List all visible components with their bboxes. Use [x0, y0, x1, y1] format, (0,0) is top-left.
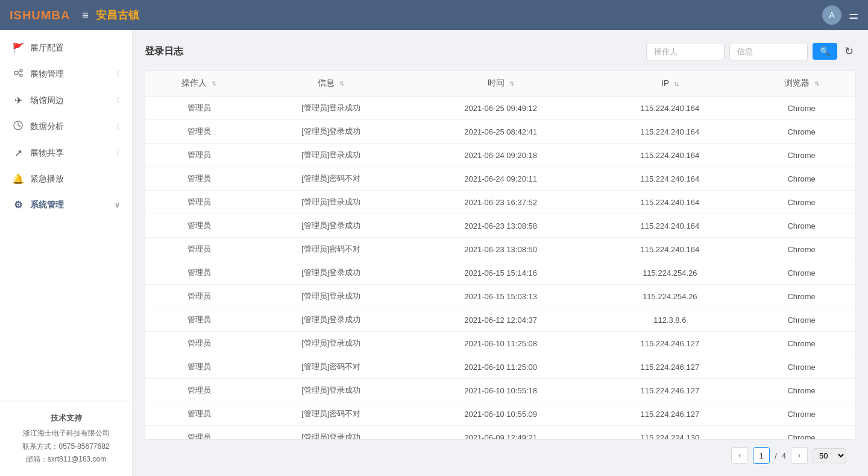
cell-info: [管理员]密码不对: [253, 402, 409, 426]
cell-operator: 管理员: [145, 402, 253, 426]
cell-browser: Chrome: [747, 97, 855, 120]
cell-operator: 管理员: [145, 355, 253, 379]
cell-info: [管理员]登录成功: [253, 332, 409, 355]
log-table: 操作人 ⇅ 信息 ⇅ 时间 ⇅ IP ⇅ 浏览器 ⇅ 管理员[管理员]登录成功2…: [145, 71, 855, 440]
cell-browser: Chrome: [747, 120, 855, 144]
cell-info: [管理员]登录成功: [253, 308, 409, 332]
cell-browser: Chrome: [747, 379, 855, 402]
sidebar-item-label: 展物管理: [30, 69, 64, 80]
cell-browser: Chrome: [747, 308, 855, 332]
cell-ip: 115.224.254.26: [592, 261, 747, 285]
sidebar-item-label: 展厅配置: [30, 43, 64, 54]
cell-ip: 115.224.240.164: [592, 120, 747, 144]
cell-time: 2021-06-24 09:20:11: [409, 167, 593, 191]
table-row: 管理员[管理员]登录成功2021-06-23 13:08:58115.224.2…: [145, 214, 855, 238]
cell-ip: 115.224.240.164: [592, 167, 747, 191]
svg-point-0: [14, 71, 18, 75]
table-row: 管理员[管理员]登录成功2021-06-12 12:04:37112.3.8.6…: [145, 308, 855, 332]
cell-ip: 115.224.240.164: [592, 97, 747, 120]
sidebar-item-label: 展物共享: [30, 148, 64, 159]
cell-time: 2021-06-15 15:14:16: [409, 261, 593, 285]
page-header: 登录日志 🔍 ↻: [145, 42, 856, 60]
col-time: 时间 ⇅: [409, 71, 593, 97]
refresh-icon: ↻: [844, 45, 854, 57]
per-page-select[interactable]: 50 100: [813, 448, 846, 463]
table-row: 管理员[管理员]密码不对2021-06-23 13:08:50115.224.2…: [145, 238, 855, 261]
layout: 🚩 展厅配置 展物管理 〈 ✈ 场馆周边: [0, 30, 868, 476]
sidebar-item-surroundings[interactable]: ✈ 场馆周边 〈: [0, 87, 132, 113]
sidebar-item-emergency[interactable]: 🔔 紧急播放: [0, 166, 132, 192]
cell-browser: Chrome: [747, 332, 855, 355]
cell-info: [管理员]登录成功: [253, 426, 409, 440]
sidebar-item-exhibits[interactable]: 展物管理 〈: [0, 61, 132, 87]
cell-browser: Chrome: [747, 144, 855, 167]
cell-time: 2021-06-10 11:25:00: [409, 355, 593, 379]
cell-operator: 管理员: [145, 332, 253, 355]
avatar[interactable]: A: [822, 5, 841, 25]
prev-page-button[interactable]: ‹: [731, 447, 748, 464]
svg-line-3: [18, 71, 20, 72]
sort-icon: ⇅: [339, 80, 344, 87]
main-content: 登录日志 🔍 ↻ 操作人 ⇅ 信息 ⇅ 时间 ⇅: [133, 30, 868, 476]
cell-browser: Chrome: [747, 191, 855, 214]
logo: ISHUMBA: [10, 8, 70, 22]
cell-operator: 管理员: [145, 426, 253, 440]
sidebar-item-label: 数据分析: [30, 121, 64, 132]
cell-ip: 115.224.240.164: [592, 144, 747, 167]
cell-ip: 115.224.246.127: [592, 402, 747, 426]
page-title: 登录日志: [145, 45, 646, 58]
search-area: 🔍 ↻: [646, 42, 856, 60]
flag-icon: 🚩: [12, 42, 24, 54]
total-pages: 4: [782, 451, 786, 460]
chevron-down-icon: ∨: [115, 201, 120, 209]
cell-ip: 115.224.240.164: [592, 191, 747, 214]
col-operator: 操作人 ⇅: [145, 71, 253, 97]
gear-icon: ⚙: [12, 199, 24, 211]
search-button[interactable]: 🔍: [813, 43, 837, 60]
cell-time: 2021-06-15 15:03:13: [409, 285, 593, 308]
cell-info: [管理员]密码不对: [253, 355, 409, 379]
sort-icon: ⇅: [674, 81, 679, 87]
chevron-right-icon: 〈: [113, 148, 120, 158]
cell-browser: Chrome: [747, 261, 855, 285]
svg-line-4: [18, 74, 20, 75]
cell-ip: 115.224.246.127: [592, 355, 747, 379]
sidebar-item-label: 系统管理: [30, 200, 64, 211]
sidebar-item-system[interactable]: ⚙ 系统管理 ∨: [0, 192, 132, 218]
sort-icon: ⇅: [212, 80, 216, 87]
cell-info: [管理员]登录成功: [253, 285, 409, 308]
chevron-right-icon: 〈: [113, 69, 120, 80]
cell-info: [管理员]登录成功: [253, 191, 409, 214]
info-search-input[interactable]: [729, 43, 808, 60]
table-row: 管理员[管理员]登录成功2021-06-15 15:14:16115.224.2…: [145, 261, 855, 285]
sidebar-item-analytics[interactable]: 数据分析 〈: [0, 113, 132, 140]
table-row: 管理员[管理员]登录成功2021-06-15 15:03:13115.224.2…: [145, 285, 855, 308]
cell-time: 2021-06-10 10:55:18: [409, 379, 593, 402]
operator-search-input[interactable]: [646, 43, 725, 60]
cell-operator: 管理员: [145, 238, 253, 261]
cell-operator: 管理员: [145, 97, 253, 120]
cell-ip: 115.224.246.127: [592, 379, 747, 402]
table-row: 管理员[管理员]登录成功2021-06-24 09:20:18115.224.2…: [145, 144, 855, 167]
footer-contact: 联系方式：0575-85677682: [12, 440, 120, 454]
log-table-wrap: 操作人 ⇅ 信息 ⇅ 时间 ⇅ IP ⇅ 浏览器 ⇅ 管理员[管理员]登录成功2…: [145, 70, 856, 440]
col-ip: IP ⇅: [592, 71, 747, 97]
cell-info: [管理员]登录成功: [253, 379, 409, 402]
next-page-button[interactable]: ›: [791, 447, 808, 464]
col-browser: 浏览器 ⇅: [747, 71, 855, 97]
table-row: 管理员[管理员]登录成功2021-06-23 16:37:52115.224.2…: [145, 191, 855, 214]
sidebar-item-sharing[interactable]: ↗ 展物共享 〈: [0, 140, 132, 166]
sidebar-item-gallery[interactable]: 🚩 展厅配置: [0, 35, 132, 61]
sidebar: 🚩 展厅配置 展物管理 〈 ✈ 场馆周边: [0, 30, 133, 476]
cell-time: 2021-06-10 10:55:09: [409, 402, 593, 426]
menu-icon[interactable]: ≡: [82, 9, 89, 22]
table-row: 管理员[管理员]登录成功2021-06-09 12:49:21115.224.2…: [145, 426, 855, 440]
cell-ip: 115.224.246.127: [592, 332, 747, 355]
header: ISHUMBA ≡ 安昌古镇 A ⚌: [0, 0, 868, 30]
cell-time: 2021-06-23 13:08:50: [409, 238, 593, 261]
refresh-button[interactable]: ↻: [842, 42, 856, 60]
cell-info: [管理员]登录成功: [253, 97, 409, 120]
cell-info: [管理员]登录成功: [253, 261, 409, 285]
header-right: A ⚌: [822, 5, 858, 25]
settings-icon[interactable]: ⚌: [849, 8, 858, 22]
